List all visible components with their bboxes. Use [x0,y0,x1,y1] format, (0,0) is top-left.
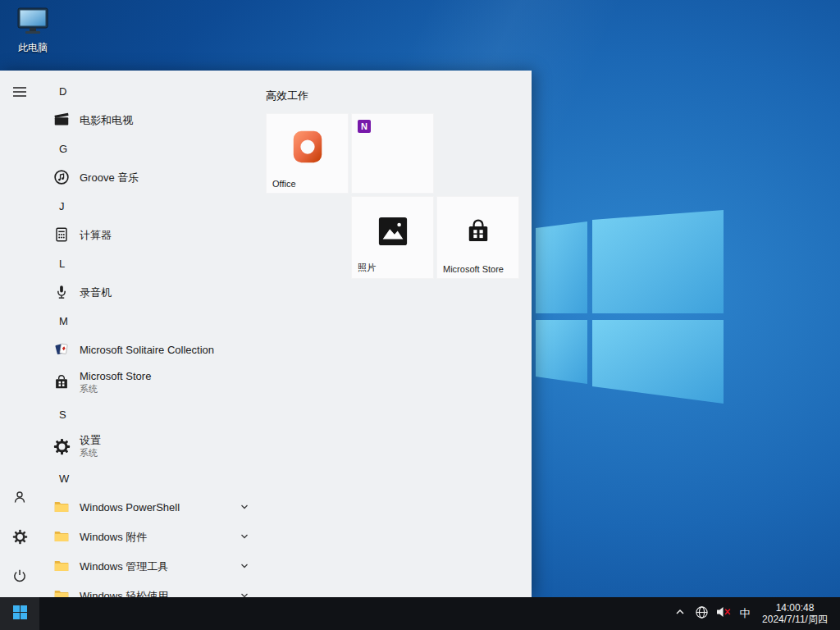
ime-label: 中 [740,606,751,621]
folder-item-windows-ease-of-access[interactable]: Windows 轻松使用 [39,581,266,597]
system-tray: 中 14:00:48 2024/7/11/周四 [669,597,840,630]
group-letter: G [59,143,67,155]
folder-icon [51,526,72,547]
folder-label: Windows PowerShell [80,501,180,514]
ime-indicator[interactable]: 中 [735,597,755,630]
taskbar: 中 14:00:48 2024/7/11/周四 [0,597,840,630]
expand-menu-button[interactable] [0,74,39,113]
chevron-down-icon[interactable] [240,502,249,512]
folder-item-windows-admin-tools[interactable]: Windows 管理工具 [39,551,266,581]
svg-text:N: N [361,121,368,131]
app-group-letter-j[interactable]: J [39,192,266,220]
this-pc-icon [16,25,49,39]
network-button[interactable] [691,597,712,630]
desktop-icon-this-pc[interactable]: 此电脑 [7,7,59,55]
app-item-movies-tv[interactable]: 电影和电视 [39,105,266,135]
show-hidden-icons-button[interactable] [669,597,691,630]
folder-label: Windows 附件 [80,531,147,543]
app-label: 录音机 [80,286,112,299]
tile-photos[interactable]: 照片 [351,196,434,279]
tile-grid: Office N [266,113,519,279]
onenote-icon: N [358,120,371,136]
this-pc-label: 此电脑 [7,41,59,55]
start-button[interactable] [0,597,39,630]
app-item-voice-recorder[interactable]: 录音机 [39,277,266,307]
settings-button[interactable] [0,518,39,558]
app-item-solitaire[interactable]: Microsoft Solitaire Collection [39,335,266,364]
app-label: Microsoft Store [80,370,151,382]
folder-icon [51,496,72,518]
solitaire-icon [51,339,72,360]
hamburger-icon [12,84,27,103]
app-item-groove-music[interactable]: Groove 音乐 [39,162,266,192]
group-letter: S [59,409,66,421]
power-button[interactable] [0,558,39,597]
start-menu-rail [0,71,39,597]
groove-music-icon [51,167,72,188]
store-bag-icon [436,196,519,266]
clock-time: 14:00:48 [776,602,815,614]
app-label: Groove 音乐 [80,171,139,184]
start-app-list: D 电影和电视 G Groove 音乐 [39,71,266,597]
app-item-microsoft-store[interactable]: Microsoft Store 系统 [39,364,266,400]
folder-icon [51,555,72,577]
folder-label: Windows 轻松使用 [80,590,168,598]
office-icon [266,113,349,180]
app-label-wrap: Microsoft Store 系统 [80,370,151,395]
taskbar-clock[interactable]: 14:00:48 2024/7/11/周四 [755,597,840,630]
folder-icon [51,585,72,597]
folder-item-windows-powershell[interactable]: Windows PowerShell [39,492,266,522]
user-icon [12,490,27,508]
app-group-letter-d[interactable]: D [39,77,266,105]
folder-label: Windows 管理工具 [80,560,168,573]
app-group-letter-m[interactable]: M [39,307,266,335]
group-letter: L [59,258,65,270]
screen: 此电脑 [0,0,840,630]
tile-microsoft-store[interactable]: Microsoft Store [436,196,519,279]
user-account-button[interactable] [0,479,39,518]
start-menu: D 电影和电视 G Groove 音乐 [0,71,532,597]
movies-tv-icon [51,109,72,130]
tile-label: 照片 [358,262,376,274]
tile-office[interactable]: Office [266,113,349,194]
group-letter: D [59,85,66,98]
gear-icon [12,529,28,548]
start-tiles-panel: 高效工作 Office N [266,71,532,597]
folder-item-windows-accessories[interactable]: Windows 附件 [39,522,266,551]
volume-button[interactable] [712,597,735,630]
chevron-down-icon[interactable] [240,591,249,597]
photos-icon [351,196,434,266]
app-sublabel: 系统 [80,383,151,395]
app-group-letter-g[interactable]: G [39,135,266,162]
app-item-calculator[interactable]: 计算器 [39,220,266,249]
app-group-letter-w[interactable]: W [39,464,266,492]
app-item-settings[interactable]: 设置 系统 [39,428,266,464]
group-letter: W [59,472,69,485]
app-sublabel: 系统 [80,447,101,459]
power-icon [12,568,27,587]
clock-date: 2024/7/11/周四 [762,614,828,625]
voice-recorder-icon [51,281,72,303]
network-globe-icon [695,605,709,623]
app-label: 电影和电视 [80,114,133,126]
speaker-muted-icon [715,605,732,622]
windows-flag-icon [13,605,27,623]
calculator-icon [51,224,72,245]
settings-gear-icon [51,436,72,457]
group-letter: J [59,200,65,212]
tile-group-title[interactable]: 高效工作 [266,89,308,103]
app-label: 计算器 [80,229,112,241]
group-letter: M [59,315,68,327]
app-group-letter-l[interactable]: L [39,249,266,277]
windows-logo-wallpaper [525,203,730,409]
app-label-wrap: 设置 系统 [80,434,101,459]
chevron-down-icon[interactable] [240,561,249,571]
tile-onenote[interactable]: N [351,113,434,194]
store-icon [51,372,72,393]
tile-label: Office [272,179,296,189]
chevron-up-icon [673,605,687,622]
app-label: 设置 [80,434,101,446]
tile-label: Microsoft Store [443,264,504,274]
chevron-down-icon[interactable] [240,532,249,541]
app-group-letter-s[interactable]: S [39,400,266,428]
